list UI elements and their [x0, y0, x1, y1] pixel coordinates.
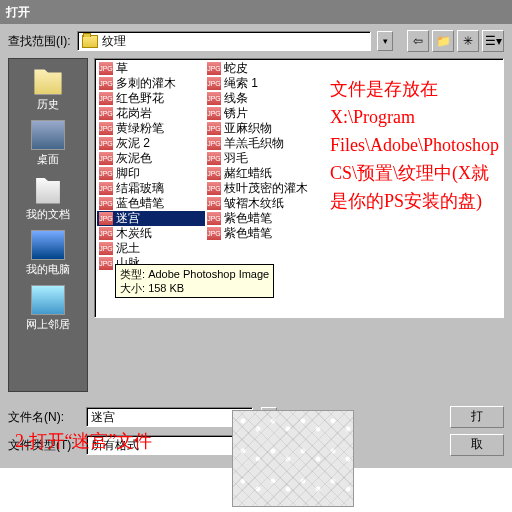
place-history-icon: [31, 65, 65, 95]
filename-input[interactable]: 迷宫: [86, 407, 253, 427]
place-desktop[interactable]: 桌面: [31, 120, 65, 167]
up-button[interactable]: 📁: [432, 30, 454, 52]
file-icon: JPG: [99, 137, 113, 150]
place-network-icon: [31, 285, 65, 315]
place-history[interactable]: 历史: [31, 65, 65, 112]
file-item[interactable]: JPG草: [97, 61, 205, 76]
file-icon: JPG: [99, 152, 113, 165]
place-label: 历史: [31, 97, 65, 112]
file-item[interactable]: JPG迷宫: [97, 211, 205, 226]
file-item[interactable]: JPG蛇皮: [205, 61, 313, 76]
file-item[interactable]: JPG枝叶茂密的灌木: [205, 181, 313, 196]
filename-value: 迷宫: [91, 409, 115, 426]
file-item[interactable]: JPG结霜玻璃: [97, 181, 205, 196]
texture-preview: [232, 410, 354, 507]
tooltip-size-label: 大小:: [120, 282, 145, 294]
file-item[interactable]: JPG花岗岩: [97, 106, 205, 121]
file-item[interactable]: JPG紫色蜡笔: [205, 211, 313, 226]
annotation-step: 2.打开“迷宫”文件: [15, 427, 152, 455]
place-docs[interactable]: 我的文档: [26, 175, 70, 222]
file-item[interactable]: JPG木炭纸: [97, 226, 205, 241]
file-tooltip: 类型: Adobe Photoshop Image 大小: 158 KB: [115, 264, 274, 298]
place-label: 我的文档: [26, 207, 70, 222]
file-icon: JPG: [99, 197, 113, 210]
file-icon: JPG: [99, 92, 113, 105]
file-item[interactable]: JPG线条: [205, 91, 313, 106]
places-bar: 历史桌面我的文档我的电脑网上邻居: [8, 58, 88, 392]
file-icon: JPG: [99, 227, 113, 240]
file-item[interactable]: JPG亚麻织物: [205, 121, 313, 136]
cancel-button[interactable]: 取: [450, 434, 504, 456]
file-icon: JPG: [99, 182, 113, 195]
place-label: 网上邻居: [26, 317, 70, 332]
place-docs-icon: [31, 175, 65, 205]
file-icon: JPG: [99, 107, 113, 120]
place-label: 我的电脑: [26, 262, 70, 277]
file-icon: JPG: [99, 122, 113, 135]
titlebar: 打开: [0, 0, 512, 24]
file-item[interactable]: JPG脚印: [97, 166, 205, 181]
open-button[interactable]: 打: [450, 406, 504, 428]
place-label: 桌面: [31, 152, 65, 167]
file-item[interactable]: JPG灰泥色: [97, 151, 205, 166]
file-icon: JPG: [99, 242, 113, 255]
file-item[interactable]: JPG多刺的灌木: [97, 76, 205, 91]
file-name: 紫色蜡笔: [224, 225, 272, 242]
filename-label: 文件名(N):: [8, 409, 78, 426]
tooltip-size: 158 KB: [148, 282, 184, 294]
file-item[interactable]: JPG泥土: [97, 241, 205, 256]
file-item[interactable]: JPG绳索 1: [205, 76, 313, 91]
place-network[interactable]: 网上邻居: [26, 285, 70, 332]
place-computer[interactable]: 我的电脑: [26, 230, 70, 277]
file-item[interactable]: JPG赭红蜡纸: [205, 166, 313, 181]
file-item[interactable]: JPG羊羔毛织物: [205, 136, 313, 151]
lookin-combo[interactable]: 纹理: [77, 31, 371, 51]
open-dialog: 打开 查找范围(I): 纹理 ⇦ 📁 ✳ ☰▾ 历史桌面我的文档我的电脑网上邻居…: [0, 0, 512, 468]
file-item[interactable]: JPG灰泥 2: [97, 136, 205, 151]
lookin-toolbar: 查找范围(I): 纹理 ⇦ 📁 ✳ ☰▾: [0, 24, 512, 58]
file-icon: JPG: [207, 152, 221, 165]
back-button[interactable]: ⇦: [407, 30, 429, 52]
file-icon: JPG: [99, 77, 113, 90]
file-icon: JPG: [207, 122, 221, 135]
folder-icon: [82, 35, 98, 48]
new-folder-button[interactable]: ✳: [457, 30, 479, 52]
place-computer-icon: [31, 230, 65, 260]
file-item[interactable]: JPG紫色蜡笔: [205, 226, 313, 241]
file-icon: JPG: [207, 107, 221, 120]
file-icon: JPG: [207, 182, 221, 195]
file-icon: JPG: [99, 167, 113, 180]
view-menu-button[interactable]: ☰▾: [482, 30, 504, 52]
file-icon: JPG: [207, 62, 221, 75]
file-item[interactable]: JPG蓝色蜡笔: [97, 196, 205, 211]
tooltip-type-label: 类型:: [120, 268, 145, 280]
file-icon: JPG: [99, 257, 113, 270]
file-icon: JPG: [207, 212, 221, 225]
file-icon: JPG: [207, 137, 221, 150]
place-desktop-icon: [31, 120, 65, 150]
file-icon: JPG: [207, 227, 221, 240]
file-icon: JPG: [99, 212, 113, 225]
file-icon: JPG: [207, 92, 221, 105]
file-item[interactable]: JPG黄绿粉笔: [97, 121, 205, 136]
file-item[interactable]: JPG皱褶木纹纸: [205, 196, 313, 211]
nav-buttons: ⇦ 📁 ✳ ☰▾: [407, 30, 504, 52]
lookin-dropdown-button[interactable]: [377, 31, 393, 51]
file-icon: JPG: [99, 62, 113, 75]
file-icon: JPG: [207, 77, 221, 90]
file-item[interactable]: JPG红色野花: [97, 91, 205, 106]
file-item[interactable]: JPG羽毛: [205, 151, 313, 166]
file-item[interactable]: JPG锈片: [205, 106, 313, 121]
file-icon: JPG: [207, 197, 221, 210]
lookin-label: 查找范围(I):: [8, 33, 71, 50]
annotation-path: 文件是存放在X:\Program Files\Adobe\Photoshop C…: [330, 75, 505, 215]
file-icon: JPG: [207, 167, 221, 180]
tooltip-type: Adobe Photoshop Image: [148, 268, 269, 280]
dialog-title: 打开: [6, 5, 30, 19]
lookin-value: 纹理: [102, 33, 126, 50]
